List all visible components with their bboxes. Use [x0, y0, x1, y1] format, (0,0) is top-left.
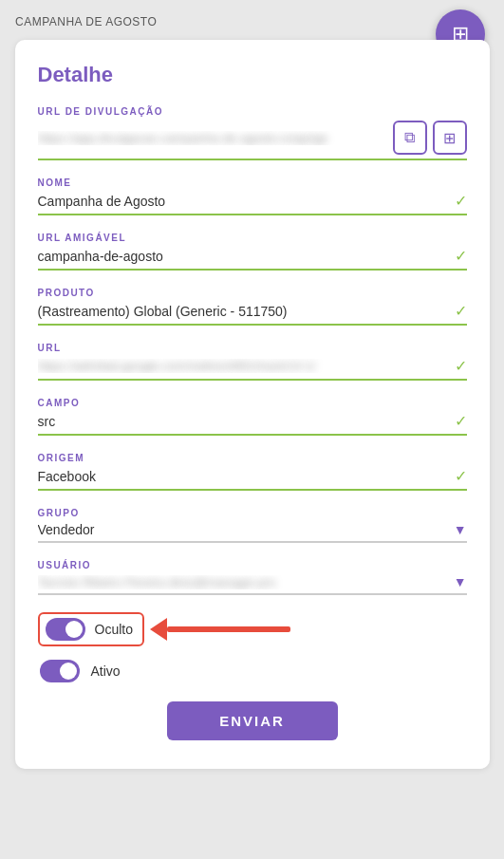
label-nome: NOME	[38, 177, 467, 188]
field-produto: PRODUTO (Rastreamento) Global (Generic -…	[38, 288, 467, 326]
field-usuario: USUÁRIO Tarcisio Ribeiro Pereira diniz@m…	[38, 560, 467, 595]
produto-row: (Rastreamento) Global (Generic - 511750)…	[38, 302, 467, 326]
dropdown-icon-grupo: ▼	[454, 522, 467, 537]
value-usuario: Tarcisio Ribeiro Pereira diniz@manager.p…	[38, 575, 448, 589]
copy-icon: ⧉	[404, 129, 415, 146]
arrow-head	[150, 618, 167, 641]
value-nome: Campanha de Agosto	[38, 194, 449, 209]
oculto-toggle[interactable]	[46, 618, 85, 641]
qr-button[interactable]: ⊞	[433, 121, 467, 155]
submit-button[interactable]: ENVIAR	[167, 701, 338, 740]
check-icon-url: ✓	[455, 357, 467, 375]
check-icon-nome: ✓	[455, 192, 467, 210]
toggles-section: Oculto Ativo	[38, 612, 467, 682]
label-usuario: USUÁRIO	[38, 560, 467, 570]
label-campo: CAMPO	[38, 398, 467, 408]
label-url-divulgacao: URL DE DIVULGAÇÃO	[38, 106, 467, 117]
detail-card: Detalhe URL DE DIVULGAÇÃO https://app.di…	[15, 40, 490, 769]
oculto-toggle-wrapper: Oculto	[38, 612, 144, 646]
check-icon-campo: ✓	[455, 412, 467, 430]
oculto-label: Oculto	[95, 622, 133, 637]
field-grupo: GRUPO Vendedor ▼	[38, 508, 467, 543]
arrow-indicator	[152, 618, 290, 641]
label-origem: ORIGEM	[38, 453, 467, 463]
url-amigavel-row: campanha-de-agosto ✓	[38, 247, 467, 271]
label-grupo: GRUPO	[38, 508, 467, 518]
check-icon-origem: ✓	[455, 467, 467, 485]
qr-icon: ⊞	[443, 129, 456, 147]
url-row: https://admitad.google.com/redirect/801/…	[38, 357, 467, 381]
field-nome: NOME Campanha de Agosto ✓	[38, 177, 467, 215]
value-url-amigavel: campanha-de-agosto	[38, 249, 449, 264]
value-produto: (Rastreamento) Global (Generic - 511750)	[38, 304, 449, 319]
value-origem: Facebook	[38, 469, 449, 484]
field-url: URL https://admitad.google.com/redirect/…	[38, 343, 467, 381]
campo-row: src ✓	[38, 412, 467, 436]
usuario-row[interactable]: Tarcisio Ribeiro Pereira diniz@manager.p…	[38, 574, 467, 595]
field-origem: ORIGEM Facebook ✓	[38, 453, 467, 491]
url-divulgacao-row: https://app.divulgacao.campanha-de-agost…	[38, 121, 467, 160]
top-bar: CAMPANHA DE AGOSTO	[0, 9, 504, 34]
field-url-amigavel: URL AMIGÁVEL campanha-de-agosto ✓	[38, 233, 467, 271]
ativo-toggle[interactable]	[40, 660, 80, 682]
ativo-label: Ativo	[91, 663, 121, 679]
field-campo: CAMPO src ✓	[38, 398, 467, 436]
check-icon-url-amigavel: ✓	[455, 247, 467, 265]
check-icon-produto: ✓	[455, 302, 467, 320]
value-url: https://admitad.google.com/redirect/801/…	[38, 359, 449, 373]
label-produto: PRODUTO	[38, 288, 467, 298]
label-url-amigavel: URL AMIGÁVEL	[38, 233, 467, 243]
dropdown-icon-usuario: ▼	[454, 574, 467, 589]
card-title: Detalhe	[38, 63, 467, 87]
grupo-row[interactable]: Vendedor ▼	[38, 522, 467, 543]
value-grupo: Vendedor	[38, 522, 448, 537]
value-url-divulgacao: https://app.divulgacao.campanha-de-agost…	[38, 131, 385, 145]
url-actions: ⧉ ⊞	[393, 121, 467, 155]
copy-button[interactable]: ⧉	[393, 121, 427, 155]
nome-row: Campanha de Agosto ✓	[38, 192, 467, 215]
field-url-divulgacao: URL DE DIVULGAÇÃO https://app.divulgacao…	[38, 106, 467, 160]
label-url: URL	[38, 343, 467, 353]
breadcrumb-label: CAMPANHA DE AGOSTO	[15, 15, 157, 28]
ativo-toggle-row: Ativo	[40, 660, 467, 682]
arrow-shaft	[167, 626, 290, 632]
origem-row: Facebook ✓	[38, 467, 467, 491]
value-campo: src	[38, 414, 449, 429]
